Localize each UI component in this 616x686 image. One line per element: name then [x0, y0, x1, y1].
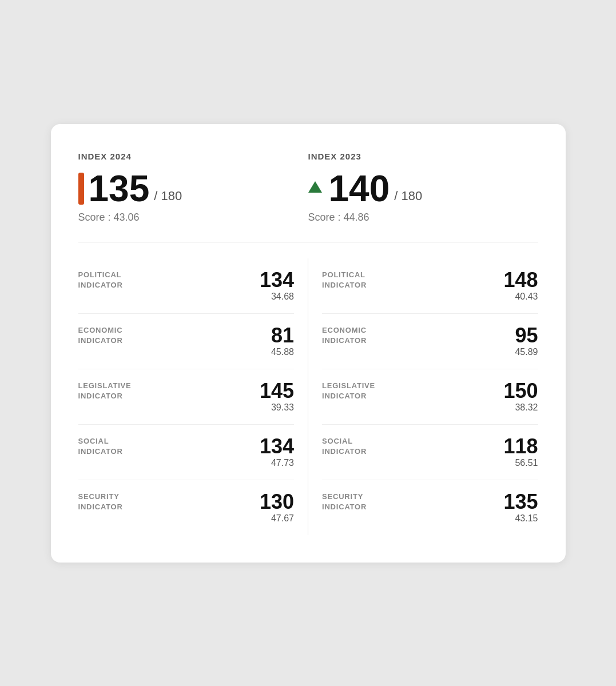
indicator-row: LEGISLATIVE INDICATOR15038.32: [322, 369, 538, 425]
triangle-up-icon: [308, 181, 322, 193]
indicator-score: 39.33: [260, 402, 294, 413]
indicator-score: 38.32: [503, 402, 538, 413]
indicator-label: POLITICAL INDICATOR: [322, 270, 367, 290]
indicator-rank: 81: [271, 325, 294, 346]
indicator-rank: 118: [503, 436, 538, 457]
indicator-values: 8145.88: [271, 325, 294, 357]
indicator-label: POLITICAL INDICATOR: [78, 270, 123, 290]
indicator-label: ECONOMIC INDICATOR: [322, 325, 367, 346]
indicator-rank: 150: [503, 381, 538, 401]
indicator-values: 13434.68: [260, 270, 294, 302]
index-2023-label: INDEX 2023: [308, 151, 538, 161]
indicator-score: 45.89: [515, 347, 538, 357]
indicator-row: SECURITY INDICATOR13047.67: [78, 480, 295, 535]
index-2023-score: Score : 44.86: [308, 212, 538, 224]
indicator-values: 9545.89: [515, 325, 538, 357]
header-divider: [78, 242, 538, 242]
index-2024-rank: 135: [89, 170, 150, 207]
indicators-2024-col: POLITICAL INDICATOR13434.68ECONOMIC INDI…: [78, 258, 295, 535]
indicator-label: LEGISLATIVE INDICATOR: [78, 381, 132, 401]
indicators-2023-col: POLITICAL INDICATOR14840.43ECONOMIC INDI…: [322, 258, 538, 535]
indicator-values: 15038.32: [503, 381, 538, 413]
indicator-row: SECURITY INDICATOR13543.15: [322, 480, 538, 535]
indicator-score: 34.68: [260, 292, 294, 302]
indicator-rank: 130: [260, 492, 294, 512]
indicators-section: POLITICAL INDICATOR13434.68ECONOMIC INDI…: [78, 258, 538, 535]
index-2024-rank-row: 135 / 180: [78, 170, 308, 207]
header-row: INDEX 2024 135 / 180 Score : 43.06 INDEX…: [78, 151, 538, 224]
indicator-row: ECONOMIC INDICATOR9545.89: [322, 314, 538, 369]
index-2024-total: / 180: [154, 189, 182, 207]
indicator-rank: 134: [260, 436, 294, 457]
indicator-values: 11856.51: [503, 436, 538, 468]
indicator-score: 40.43: [503, 292, 538, 302]
index-2023-header: INDEX 2023 140 / 180 Score : 44.86: [308, 151, 538, 224]
indicator-row: ECONOMIC INDICATOR8145.88: [78, 314, 295, 369]
indicator-label: LEGISLATIVE INDICATOR: [322, 381, 375, 401]
indicator-score: 43.15: [503, 513, 538, 524]
indicator-row: SOCIAL INDICATOR13447.73: [78, 425, 295, 480]
indicator-values: 14539.33: [260, 381, 294, 413]
index-2023-total: / 180: [394, 189, 422, 207]
indicator-row: POLITICAL INDICATOR13434.68: [78, 258, 295, 314]
indicator-row: POLITICAL INDICATOR14840.43: [322, 258, 538, 314]
indicator-rank: 95: [515, 325, 538, 346]
col-divider: [308, 258, 308, 535]
indicator-score: 47.73: [260, 458, 294, 468]
indicator-row: SOCIAL INDICATOR11856.51: [322, 425, 538, 480]
indicator-label: SECURITY INDICATOR: [322, 492, 367, 512]
indicator-rank: 135: [503, 492, 538, 512]
indicator-score: 56.51: [503, 458, 538, 468]
index-2024-header: INDEX 2024 135 / 180 Score : 43.06: [78, 151, 308, 224]
index-2023-rank-row: 140 / 180: [308, 170, 538, 207]
rank-bar-2024: [78, 173, 84, 205]
indicator-score: 47.67: [260, 513, 294, 524]
indicator-rank: 134: [260, 270, 294, 290]
index-2023-rank: 140: [329, 170, 390, 207]
indicator-values: 13543.15: [503, 492, 538, 524]
indicator-values: 13047.67: [260, 492, 294, 524]
indicator-label: SOCIAL INDICATOR: [78, 436, 123, 457]
index-2024-label: INDEX 2024: [78, 151, 308, 161]
indicator-rank: 145: [260, 381, 294, 401]
indicator-label: SECURITY INDICATOR: [78, 492, 123, 512]
indicator-label: SOCIAL INDICATOR: [322, 436, 367, 457]
indicator-values: 14840.43: [503, 270, 538, 302]
index-2024-score: Score : 43.06: [78, 212, 308, 224]
main-card: INDEX 2024 135 / 180 Score : 43.06 INDEX…: [51, 124, 566, 563]
indicator-rank: 148: [503, 270, 538, 290]
indicator-score: 45.88: [271, 347, 294, 357]
indicator-values: 13447.73: [260, 436, 294, 468]
indicator-label: ECONOMIC INDICATOR: [78, 325, 123, 346]
indicator-row: LEGISLATIVE INDICATOR14539.33: [78, 369, 295, 425]
